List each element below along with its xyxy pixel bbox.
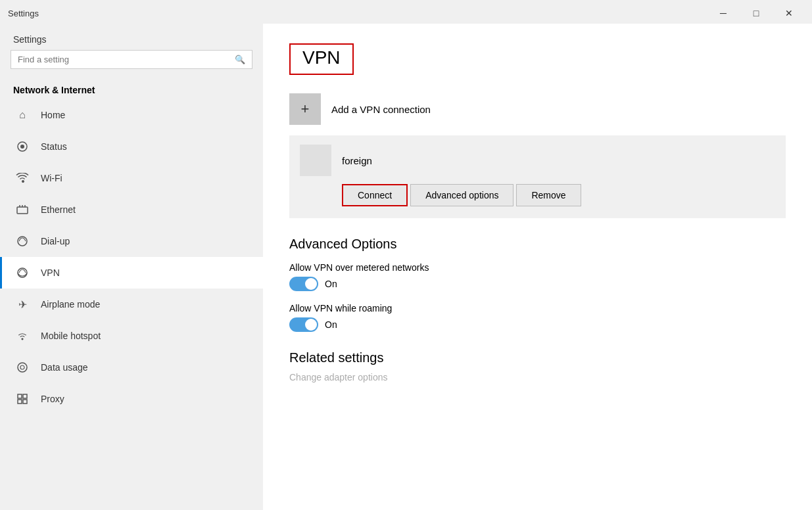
svg-rect-13 (18, 400, 22, 404)
sidebar-item-airplane[interactable]: ✈ Airplane mode (0, 289, 263, 320)
datausage-icon (13, 358, 32, 377)
proxy-icon (13, 390, 32, 408)
remove-button[interactable]: Remove (516, 184, 581, 206)
sidebar-item-proxy[interactable]: Proxy (0, 383, 263, 415)
related-settings-heading: Related settings (289, 350, 786, 365)
sidebar-item-vpn[interactable]: VPN (0, 257, 263, 289)
add-vpn-icon: + (289, 93, 321, 125)
metered-networks-row: Allow VPN over metered networks On (289, 262, 786, 291)
sidebar-item-label: Ethernet (41, 204, 76, 215)
sidebar-item-label: Status (41, 141, 67, 152)
vpn-entry-icon (300, 145, 331, 176)
sidebar-item-dialup[interactable]: Dial-up (0, 225, 263, 257)
sidebar-item-label: VPN (41, 267, 60, 278)
change-adapter-options-link[interactable]: Change adapter options (289, 372, 786, 382)
advanced-options-button[interactable]: Advanced options (410, 184, 513, 206)
sidebar-item-label: Proxy (41, 394, 64, 404)
svg-rect-12 (23, 394, 27, 398)
metered-networks-label: Allow VPN over metered networks (289, 262, 786, 273)
roaming-toggle[interactable] (289, 317, 318, 332)
minimize-button[interactable]: ─ (708, 4, 738, 22)
vpn-icon (13, 264, 32, 282)
app-body: Settings 🔍 Network & Internet ⌂ Home Sta… (0, 24, 812, 510)
page-title: VPN (289, 43, 354, 75)
title-bar: Settings ─ □ ✕ (0, 0, 812, 24)
home-icon: ⌂ (13, 106, 32, 124)
vpn-entry: foreign Connect Advanced options Remove (289, 135, 786, 218)
metered-toggle-container: On (289, 277, 786, 291)
sidebar-item-label: Home (41, 110, 65, 120)
vpn-entry-name: foreign (300, 145, 775, 176)
add-vpn-row[interactable]: + Add a VPN connection (289, 93, 786, 125)
sidebar-item-home[interactable]: ⌂ Home (0, 99, 263, 131)
roaming-toggle-state: On (325, 319, 337, 330)
connect-button[interactable]: Connect (342, 184, 408, 206)
sidebar-item-label: Mobile hotspot (41, 331, 101, 341)
sidebar-item-label: Wi-Fi (41, 173, 62, 183)
roaming-row: Allow VPN while roaming On (289, 303, 786, 332)
sidebar-item-ethernet[interactable]: Ethernet (0, 194, 263, 225)
svg-point-1 (20, 145, 24, 149)
wifi-icon (13, 169, 32, 187)
sidebar-item-label: Data usage (41, 362, 88, 373)
plus-icon: + (301, 101, 310, 118)
sidebar-header: Settings (0, 24, 263, 50)
vpn-entry-buttons: Connect Advanced options Remove (300, 176, 775, 209)
svg-rect-2 (17, 207, 28, 214)
sidebar-item-wifi[interactable]: Wi-Fi (0, 162, 263, 194)
svg-point-9 (18, 363, 27, 372)
ethernet-icon (13, 200, 32, 219)
app-title: Settings (8, 9, 39, 18)
sidebar-item-label: Airplane mode (41, 299, 100, 310)
maximize-button[interactable]: □ (741, 4, 771, 22)
sidebar-section-label: Network & Internet (0, 80, 263, 99)
window-controls: ─ □ ✕ (708, 4, 804, 22)
svg-rect-11 (18, 394, 22, 398)
roaming-toggle-container: On (289, 317, 786, 332)
airplane-icon: ✈ (13, 295, 32, 313)
sidebar: Settings 🔍 Network & Internet ⌂ Home Sta… (0, 24, 263, 510)
main-content: VPN + Add a VPN connection foreign Conne… (263, 24, 812, 510)
hotspot-icon (13, 327, 32, 345)
vpn-entry-label: foreign (342, 155, 372, 166)
sidebar-item-label: Dial-up (41, 236, 70, 246)
search-box[interactable]: 🔍 (11, 50, 252, 69)
search-icon: 🔍 (235, 55, 245, 64)
search-input[interactable] (18, 55, 235, 64)
svg-rect-14 (23, 400, 27, 404)
advanced-options-heading: Advanced Options (289, 237, 786, 252)
dialup-icon (13, 232, 32, 250)
sidebar-item-datausage[interactable]: Data usage (0, 352, 263, 383)
close-button[interactable]: ✕ (774, 4, 804, 22)
metered-toggle-state: On (325, 279, 337, 289)
svg-point-10 (20, 365, 24, 369)
svg-point-8 (21, 338, 23, 340)
roaming-label: Allow VPN while roaming (289, 303, 786, 313)
status-icon (13, 137, 32, 156)
add-vpn-label: Add a VPN connection (331, 104, 431, 115)
sidebar-item-hotspot[interactable]: Mobile hotspot (0, 320, 263, 352)
sidebar-item-status[interactable]: Status (0, 131, 263, 162)
metered-toggle[interactable] (289, 277, 318, 291)
